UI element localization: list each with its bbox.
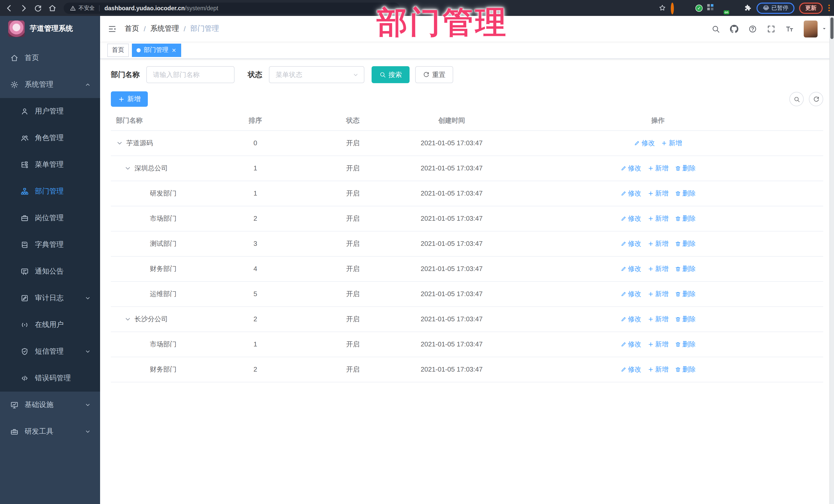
action-修改[interactable]: 修改 xyxy=(634,138,655,148)
sidebar-item-短信管理[interactable]: 短信管理 xyxy=(0,338,100,365)
action-修改[interactable]: 修改 xyxy=(620,289,641,299)
tab-close-icon[interactable] xyxy=(171,47,177,52)
search-button[interactable]: 搜索 xyxy=(372,66,410,83)
breadcrumb-item[interactable]: 首页 xyxy=(125,24,139,34)
address-bar[interactable]: 不安全 dashboard.yudao.iocoder.cn /system/d… xyxy=(64,2,400,14)
action-删除[interactable]: 删除 xyxy=(675,264,696,273)
status-select-placeholder: 菜单状态 xyxy=(276,70,302,79)
action-修改[interactable]: 修改 xyxy=(620,189,641,198)
plus-icon xyxy=(648,215,654,221)
action-删除[interactable]: 删除 xyxy=(675,339,696,349)
add-button[interactable]: 新增 xyxy=(111,91,148,107)
sidebar-item-岗位管理[interactable]: 岗位管理 xyxy=(0,205,100,232)
toggle-search-button[interactable] xyxy=(789,92,804,106)
action-label: 新增 xyxy=(655,365,668,374)
action-修改[interactable]: 修改 xyxy=(620,214,641,223)
extension-grid-icon[interactable] xyxy=(707,4,715,12)
bookmark-star-icon[interactable] xyxy=(658,4,666,12)
expand-caret-icon[interactable] xyxy=(124,315,131,323)
extension-list-icon[interactable]: on xyxy=(720,4,727,12)
reload-icon[interactable] xyxy=(34,4,42,12)
search-icon[interactable] xyxy=(711,24,720,33)
pencil-icon xyxy=(634,140,640,146)
paused-label: 已暂停 xyxy=(771,4,788,12)
search-button-label: 搜索 xyxy=(389,70,402,79)
column-header: 部门名称 xyxy=(111,111,216,130)
pencil-icon xyxy=(620,341,627,347)
sidebar-item-首页[interactable]: 首页 xyxy=(0,45,100,71)
github-icon[interactable] xyxy=(730,24,739,33)
sidebar-item-研发工具[interactable]: 研发工具 xyxy=(0,418,100,445)
action-修改[interactable]: 修改 xyxy=(620,365,641,374)
extension-green-check-icon[interactable]: ✓ xyxy=(696,4,703,12)
extension-person-icon[interactable] xyxy=(732,4,740,12)
action-新增[interactable]: 新增 xyxy=(648,264,668,273)
forward-icon[interactable] xyxy=(20,4,28,12)
action-删除[interactable]: 删除 xyxy=(675,365,696,374)
action-删除[interactable]: 删除 xyxy=(675,163,696,173)
expand-caret-icon[interactable] xyxy=(116,139,123,147)
action-新增[interactable]: 新增 xyxy=(661,138,682,148)
sidebar-item-菜单管理[interactable]: 菜单管理 xyxy=(0,151,100,178)
action-新增[interactable]: 新增 xyxy=(648,339,668,349)
profile-paused-chip[interactable]: 😂 已暂停 xyxy=(756,2,794,14)
sidebar-item-系统管理[interactable]: 系统管理 xyxy=(0,71,100,98)
font-size-icon[interactable] xyxy=(785,24,794,33)
edit-square-icon xyxy=(21,294,29,302)
action-新增[interactable]: 新增 xyxy=(648,314,668,324)
action-修改[interactable]: 修改 xyxy=(620,314,641,324)
extensions-puzzle-icon[interactable] xyxy=(744,4,752,12)
sidebar-item-审计日志[interactable]: 审计日志 xyxy=(0,285,100,311)
action-label: 删除 xyxy=(682,189,696,198)
fullscreen-icon[interactable] xyxy=(767,24,775,33)
action-修改[interactable]: 修改 xyxy=(620,339,641,349)
sidebar-item-通知公告[interactable]: 通知公告 xyxy=(0,258,100,285)
action-删除[interactable]: 删除 xyxy=(675,314,696,324)
action-新增[interactable]: 新增 xyxy=(648,239,668,248)
breadcrumb-item[interactable]: 系统管理 xyxy=(150,24,179,34)
created-time: 2021-01-05 17:03:47 xyxy=(411,256,493,281)
page-scrollbar[interactable] xyxy=(829,16,834,504)
action-删除[interactable]: 删除 xyxy=(675,289,696,299)
sidebar-item-字典管理[interactable]: 字典管理 xyxy=(0,232,100,258)
action-修改[interactable]: 修改 xyxy=(620,264,641,273)
chrome-update-button[interactable]: 更新 xyxy=(799,2,823,14)
home-icon[interactable] xyxy=(48,4,57,12)
action-删除[interactable]: 删除 xyxy=(675,189,696,198)
reset-button[interactable]: 重置 xyxy=(415,66,453,83)
dept-name-input[interactable] xyxy=(153,71,228,79)
back-icon[interactable] xyxy=(5,4,13,12)
user-avatar-menu[interactable] xyxy=(804,20,827,37)
tab-item[interactable]: 首页 xyxy=(107,43,129,57)
extension-orange-ring-icon[interactable] xyxy=(671,4,679,12)
sidebar-item-角色管理[interactable]: 角色管理 xyxy=(0,125,100,151)
tab-active[interactable]: 部门管理 xyxy=(132,43,181,57)
app-logo-row[interactable]: 芋道管理系统 xyxy=(0,16,100,42)
sidebar-toggle-icon[interactable] xyxy=(108,24,116,33)
sidebar-item-用户管理[interactable]: 用户管理 xyxy=(0,98,100,125)
refresh-table-button[interactable] xyxy=(809,92,823,106)
sidebar-item-部门管理[interactable]: 部门管理 xyxy=(0,178,100,205)
sidebar-item-基础设施[interactable]: 基础设施 xyxy=(0,392,100,418)
status-select[interactable]: 菜单状态 xyxy=(269,66,365,83)
action-修改[interactable]: 修改 xyxy=(620,239,641,248)
action-修改[interactable]: 修改 xyxy=(620,163,641,173)
status-value: 开启 xyxy=(295,357,411,382)
table-row: 研发部门1开启2021-01-05 17:03:47修改新增删除 xyxy=(111,181,823,206)
action-新增[interactable]: 新增 xyxy=(648,365,668,374)
sort-value: 0 xyxy=(216,130,295,155)
scrollbar-thumb[interactable] xyxy=(830,18,833,39)
tree-list-icon xyxy=(21,161,29,169)
help-icon[interactable] xyxy=(748,24,757,33)
action-新增[interactable]: 新增 xyxy=(648,214,668,223)
extension-blue-drop-icon[interactable] xyxy=(683,4,691,12)
action-新增[interactable]: 新增 xyxy=(648,289,668,299)
sidebar-item-在线用户[interactable]: 在线用户 xyxy=(0,311,100,338)
sidebar-item-错误码管理[interactable]: 错误码管理 xyxy=(0,365,100,392)
expand-caret-icon[interactable] xyxy=(124,165,131,172)
chrome-menu-kebab-icon[interactable] xyxy=(828,5,830,11)
action-删除[interactable]: 删除 xyxy=(675,239,696,248)
action-新增[interactable]: 新增 xyxy=(648,163,668,173)
action-删除[interactable]: 删除 xyxy=(675,214,696,223)
action-新增[interactable]: 新增 xyxy=(648,189,668,198)
